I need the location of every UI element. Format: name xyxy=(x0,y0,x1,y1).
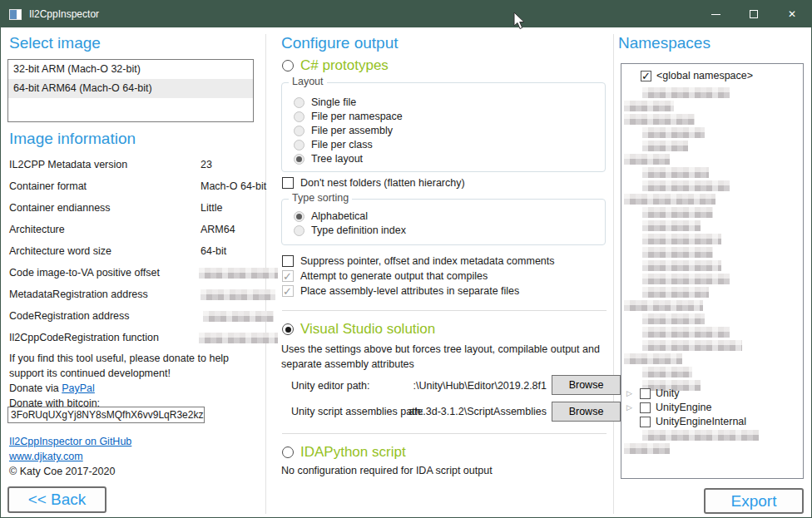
namespace-item-redacted[interactable] xyxy=(624,443,670,454)
namespaces-tree[interactable]: <global namespace> ▷ Unity ▷ UnityEngine… xyxy=(621,63,804,479)
info-value: 23 xyxy=(201,159,212,170)
namespace-item-redacted[interactable] xyxy=(642,141,688,151)
layout-option-single-file[interactable]: Single file xyxy=(294,96,356,108)
expander-icon[interactable]: ▷ xyxy=(626,403,635,412)
namespace-item-unityengineinternal[interactable]: UnityEngineInternal xyxy=(640,415,746,428)
info-label: CodeRegistration address xyxy=(9,310,130,322)
maximize-icon xyxy=(750,10,758,18)
minimize-button[interactable] xyxy=(696,1,735,27)
file-per-namespace-radio[interactable] xyxy=(294,111,304,122)
namespace-item-redacted[interactable] xyxy=(642,260,721,271)
image-listbox[interactable]: 32-bit ARM (Mach-O 32-bit) 64-bit ARM64 … xyxy=(7,59,254,122)
ida-description: No configuration required for IDA script… xyxy=(281,463,607,478)
namespace-item-redacted[interactable] xyxy=(642,180,730,191)
file-per-class-radio[interactable] xyxy=(294,140,304,150)
right-column-separator xyxy=(613,34,614,514)
app-icon xyxy=(9,9,22,20)
csharp-prototypes-radio[interactable] xyxy=(282,60,294,72)
vs-solution-description: Uses the settings above but forces tree … xyxy=(281,342,607,372)
idapython-script-radio[interactable] xyxy=(282,446,294,458)
info-label: Il2CppCodeRegistration function xyxy=(9,332,159,343)
global-namespace-checkbox[interactable] xyxy=(641,71,651,81)
layout-option-file-per-class[interactable]: File per class xyxy=(294,139,373,150)
browse-script-assemblies-button[interactable]: Browse xyxy=(552,402,621,422)
namespace-item-redacted[interactable] xyxy=(642,167,709,178)
image-information-heading: Image information xyxy=(9,130,136,148)
dont-nest-folders-option[interactable]: Don't nest folders (flatten hierarchy) xyxy=(282,177,465,189)
alphabetical-radio[interactable] xyxy=(294,211,304,222)
type-definition-index-radio[interactable] xyxy=(294,225,304,236)
assembly-attributes-label: Place assembly-level attributes in separ… xyxy=(300,285,519,297)
namespace-item-redacted[interactable] xyxy=(642,127,705,138)
visual-studio-solution-option[interactable]: Visual Studio solution xyxy=(282,321,435,338)
back-button[interactable]: << Back xyxy=(7,486,106,513)
unity-editor-path-value: :\Unity\Hub\Editor\2019.2.8f1 xyxy=(367,380,547,392)
export-button[interactable]: Export xyxy=(704,488,804,514)
visual-studio-solution-radio[interactable] xyxy=(282,323,294,335)
namespace-item-redacted[interactable] xyxy=(642,430,759,441)
namespace-item-redacted[interactable] xyxy=(642,87,730,98)
browse-unity-editor-button[interactable]: Browse xyxy=(552,375,621,395)
bitcoin-address-field[interactable]: 3FoRUqUXgYj8NY8sMQfhX6vv9LqR3e2kzz xyxy=(7,407,205,423)
unityengineinternal-checkbox[interactable] xyxy=(640,417,651,427)
donate-message: If you find this tool useful, please don… xyxy=(9,353,229,379)
suppress-comments-option[interactable]: Suppress pointer, offset and index metad… xyxy=(282,255,555,267)
unityengine-checkbox[interactable] xyxy=(640,402,651,413)
namespace-item-unity[interactable]: ▷ Unity xyxy=(626,387,679,400)
namespace-item-redacted[interactable] xyxy=(642,327,730,338)
namespace-item-redacted[interactable] xyxy=(642,247,713,258)
dont-nest-folders-checkbox[interactable] xyxy=(282,177,294,189)
section-separator xyxy=(282,433,607,434)
namespace-item-global[interactable]: <global namespace> xyxy=(641,69,753,82)
list-item[interactable]: 32-bit ARM (Mach-O 32-bit) xyxy=(8,60,253,79)
tree-layout-radio[interactable] xyxy=(294,154,304,165)
idapython-script-option[interactable]: IDAPython script xyxy=(282,444,406,461)
sorting-option-alphabetical[interactable]: Alphabetical xyxy=(294,210,368,222)
close-button[interactable]: ✕ xyxy=(773,1,811,27)
unity-checkbox[interactable] xyxy=(640,388,651,399)
namespace-item-redacted[interactable] xyxy=(642,367,692,377)
expander-icon[interactable]: ▷ xyxy=(626,389,635,397)
namespace-item-redacted[interactable] xyxy=(642,340,742,351)
app-window: Il2CppInspector ✕ Select image 32-bit AR… xyxy=(0,0,812,518)
namespace-item-redacted[interactable] xyxy=(624,154,670,165)
namespace-item-redacted[interactable] xyxy=(624,114,695,125)
namespace-item-unityengine[interactable]: ▷ UnityEngine xyxy=(626,401,711,414)
info-value-redacted xyxy=(199,268,278,279)
compilable-output-checkbox[interactable] xyxy=(282,270,294,282)
unity-script-path-value: ate.3d-3.1.2\ScriptAssemblies xyxy=(367,406,547,417)
namespace-item-redacted[interactable] xyxy=(642,207,713,218)
unity-label: Unity xyxy=(656,387,679,399)
github-link[interactable]: Il2CppInspector on GitHub xyxy=(9,436,131,447)
donate-via-text: Donate via xyxy=(9,382,62,394)
namespace-item-redacted[interactable] xyxy=(642,287,709,298)
csharp-prototypes-option[interactable]: C# prototypes xyxy=(282,57,389,74)
layout-option-file-per-namespace[interactable]: File per namespace xyxy=(294,111,403,122)
tree-layout-label: Tree layout xyxy=(311,153,363,165)
namespace-item-redacted[interactable] xyxy=(642,274,730,284)
maximize-button[interactable] xyxy=(735,1,773,27)
sorting-option-type-definition-index[interactable]: Type definition index xyxy=(294,224,406,236)
list-item[interactable]: 64-bit ARM64 (Mach-O 64-bit) xyxy=(8,79,253,98)
namespace-item-redacted[interactable] xyxy=(642,220,701,231)
namespace-item-redacted[interactable] xyxy=(642,234,721,244)
namespace-item-redacted[interactable] xyxy=(624,353,682,364)
namespace-item-redacted[interactable] xyxy=(624,101,674,111)
title-bar[interactable]: Il2CppInspector ✕ xyxy=(1,1,811,27)
suppress-comments-checkbox[interactable] xyxy=(282,255,294,267)
paypal-link[interactable]: PayPal xyxy=(62,382,95,394)
layout-option-file-per-assembly[interactable]: File per assembly xyxy=(294,125,393,136)
namespace-item-redacted[interactable] xyxy=(624,300,703,311)
single-file-radio[interactable] xyxy=(294,97,304,108)
info-value-redacted xyxy=(199,333,278,343)
namespace-item-redacted[interactable] xyxy=(624,194,715,205)
assembly-attributes-option[interactable]: Place assembly-level attributes in separ… xyxy=(282,285,519,297)
layout-option-tree-layout[interactable]: Tree layout xyxy=(294,153,363,165)
section-separator xyxy=(282,310,607,311)
unityengineinternal-label: UnityEngineInternal xyxy=(656,416,746,427)
website-link[interactable]: www.djkaty.com xyxy=(9,451,83,462)
assembly-attributes-checkbox[interactable] xyxy=(282,285,294,297)
namespace-item-redacted[interactable] xyxy=(642,313,705,324)
file-per-assembly-radio[interactable] xyxy=(294,126,304,136)
compilable-output-option[interactable]: Attempt to generate output that compiles xyxy=(282,270,488,282)
